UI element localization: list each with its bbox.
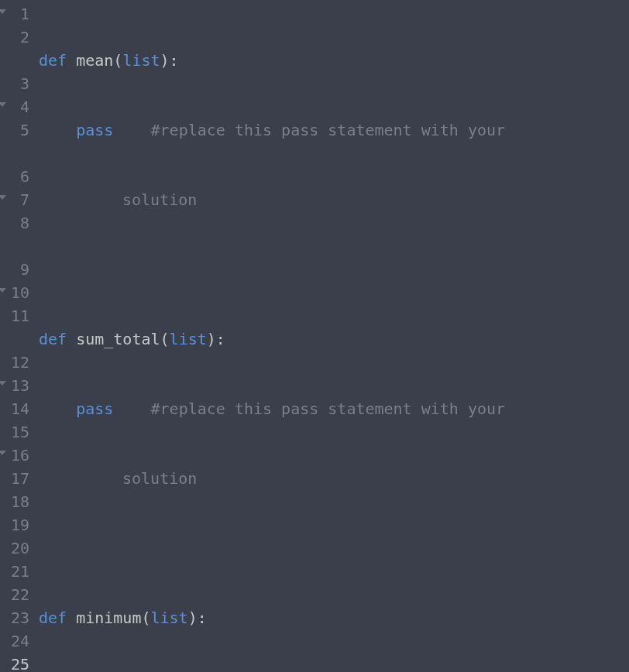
line-number: 17	[11, 469, 29, 488]
gutter-line: 4	[0, 95, 29, 118]
line-number: 9	[20, 260, 29, 279]
gutter-line: 17	[0, 467, 29, 490]
parameter: list	[151, 609, 188, 627]
gutter-line: 2	[0, 26, 29, 49]
line-number: 1	[20, 5, 29, 23]
comment: #replace this pass statement with your	[151, 399, 506, 418]
gutter-line: 21	[0, 560, 29, 583]
gutter-line: 19	[0, 513, 29, 537]
comment: solution	[122, 469, 197, 488]
line-number: 22	[11, 585, 29, 604]
line-number: 6	[20, 167, 29, 186]
line-number-gutter: 1 2 3 4 5 6 7 8 9 10 11 12 13 14 15 16 1…	[0, 0, 34, 672]
gutter-line: 23	[0, 606, 29, 629]
fold-icon[interactable]	[0, 451, 6, 455]
fold-icon[interactable]	[0, 9, 6, 14]
gutter-line: 16	[0, 444, 29, 467]
code-line[interactable]: pass #replace this pass statement with y…	[39, 397, 629, 420]
gutter-line	[0, 327, 29, 351]
gutter-line: 8	[0, 211, 29, 235]
line-number: 13	[11, 376, 29, 395]
code-line[interactable]	[39, 537, 629, 560]
line-number: 25	[11, 655, 29, 672]
line-number: 16	[11, 446, 29, 465]
fold-icon[interactable]	[0, 288, 6, 293]
gutter-line: 14	[0, 397, 29, 420]
gutter-line: 9	[0, 258, 29, 281]
parameter: list	[122, 51, 160, 70]
line-number: 20	[11, 539, 29, 557]
paren-close: ):	[207, 330, 225, 348]
line-number: 2	[20, 28, 29, 46]
gutter-line: 1	[0, 2, 29, 26]
gutter-line	[0, 49, 29, 72]
gutter-line: 22	[0, 583, 29, 606]
function-name: mean	[67, 51, 113, 70]
keyword-def: def	[39, 51, 67, 70]
gutter-line: 3	[0, 72, 29, 95]
code-line[interactable]: def minimum(list):	[39, 606, 629, 629]
code-line[interactable]: def mean(list):	[39, 49, 629, 72]
gutter-line: 5	[0, 118, 29, 142]
fold-icon[interactable]	[0, 195, 6, 200]
fold-icon[interactable]	[0, 102, 6, 107]
line-number: 12	[11, 353, 29, 372]
code-line-wrap[interactable]: solution	[39, 188, 629, 211]
code-editor[interactable]: 1 2 3 4 5 6 7 8 9 10 11 12 13 14 15 16 1…	[0, 0, 629, 672]
line-number: 4	[20, 98, 29, 116]
line-number: 21	[11, 562, 29, 581]
gutter-line: 20	[0, 537, 29, 560]
comment: solution	[122, 190, 197, 209]
gutter-line: 24	[0, 629, 29, 653]
keyword-pass: pass	[76, 121, 113, 139]
gutter-line: 6	[0, 165, 29, 188]
gutter-line: 15	[0, 420, 29, 444]
code-line-wrap[interactable]: solution	[39, 467, 629, 490]
paren-close: ):	[188, 609, 207, 627]
gutter-line: 18	[0, 490, 29, 513]
paren-open: (	[141, 609, 150, 627]
code-line[interactable]: def sum_total(list):	[39, 327, 629, 351]
function-name: sum_total	[67, 330, 160, 348]
paren-open: (	[113, 51, 122, 70]
paren-close: ):	[160, 51, 179, 70]
line-number: 11	[11, 307, 29, 325]
line-number: 3	[20, 74, 29, 93]
line-number: 18	[11, 492, 29, 511]
line-number: 23	[11, 609, 29, 627]
keyword-def: def	[39, 609, 67, 627]
gutter-line: 7	[0, 188, 29, 211]
paren-open: (	[160, 330, 170, 348]
gutter-line: 12	[0, 351, 29, 374]
code-line[interactable]	[39, 258, 629, 281]
gutter-line: 25	[0, 653, 29, 672]
line-number: 24	[11, 632, 29, 650]
line-number: 8	[20, 214, 29, 232]
keyword-def: def	[39, 330, 67, 348]
line-number: 14	[11, 399, 29, 418]
line-number: 5	[20, 121, 29, 139]
comment: #replace this pass statement with your	[151, 121, 506, 139]
line-number: 15	[11, 423, 29, 441]
code-area[interactable]: def mean(list): pass #replace this pass …	[34, 0, 629, 672]
line-number: 19	[11, 516, 29, 534]
gutter-line	[0, 235, 29, 258]
keyword-pass: pass	[76, 399, 113, 418]
parameter: list	[170, 330, 207, 348]
function-name: minimum	[67, 609, 141, 627]
code-line[interactable]: pass #replace this pass statement with y…	[39, 118, 629, 142]
fold-icon[interactable]	[0, 381, 6, 386]
line-number: 10	[11, 283, 29, 302]
gutter-line	[0, 142, 29, 165]
line-number: 7	[20, 190, 29, 209]
gutter-line: 13	[0, 374, 29, 397]
gutter-line: 11	[0, 304, 29, 327]
gutter-line: 10	[0, 281, 29, 304]
